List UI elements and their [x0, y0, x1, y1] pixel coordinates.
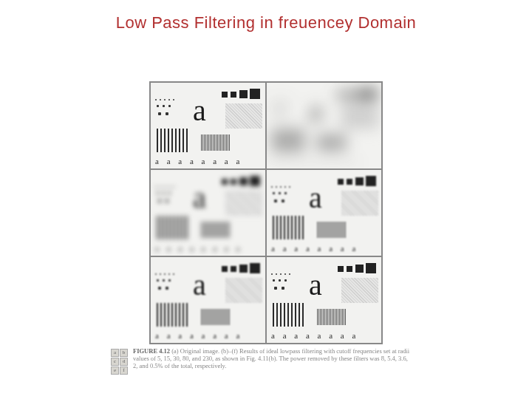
caption-text: (a) Original image. (b)–(f) Results of i…	[133, 347, 409, 369]
pattern-big-letter: a	[309, 270, 322, 300]
pattern-small-letter-row: a a a a a a a a	[271, 157, 358, 166]
panel-cutoff-15: aa a a a a a a a	[150, 169, 266, 256]
caption-grid-cell: b	[120, 349, 128, 357]
panel-cutoff-30: aa a a a a a a a	[266, 169, 382, 256]
figure-grid: aa a a a a a a aaa a a a a a a aaa a a a…	[149, 81, 383, 344]
caption-letter-grid: abcdef	[111, 349, 128, 375]
pattern-small-letter-row: a a a a a a a a	[155, 157, 242, 166]
panel-cutoff-5: aa a a a a a a a	[266, 82, 382, 169]
caption-grid-cell: c	[111, 358, 119, 366]
pattern-big-letter: a	[309, 96, 322, 126]
panel-cutoff-230: aa a a a a a a a	[266, 256, 382, 344]
pattern-big-letter: a	[193, 96, 206, 126]
caption-grid-cell: e	[111, 366, 119, 375]
panel-original: aa a a a a a a a	[150, 82, 266, 169]
pattern-big-letter: a	[309, 183, 322, 213]
caption-figure-label: FIGURE 4.12	[133, 347, 170, 355]
page-title: Low Pass Filtering in freuencey Domain	[0, 13, 532, 33]
figure-caption: FIGURE 4.12 (a) Original image. (b)–(f) …	[133, 347, 414, 370]
pattern-big-letter: a	[193, 183, 206, 213]
caption-grid-cell: d	[120, 358, 128, 366]
pattern-small-letter-row: a a a a a a a a	[271, 331, 358, 340]
pattern-small-letter-row: a a a a a a a a	[155, 331, 242, 340]
pattern-big-letter: a	[193, 270, 206, 300]
caption-grid-cell: f	[120, 366, 128, 375]
pattern-small-letter-row: a a a a a a a a	[155, 244, 242, 253]
caption-grid-cell: a	[111, 349, 119, 357]
panel-cutoff-80: aa a a a a a a a	[150, 256, 266, 344]
pattern-small-letter-row: a a a a a a a a	[271, 244, 358, 253]
